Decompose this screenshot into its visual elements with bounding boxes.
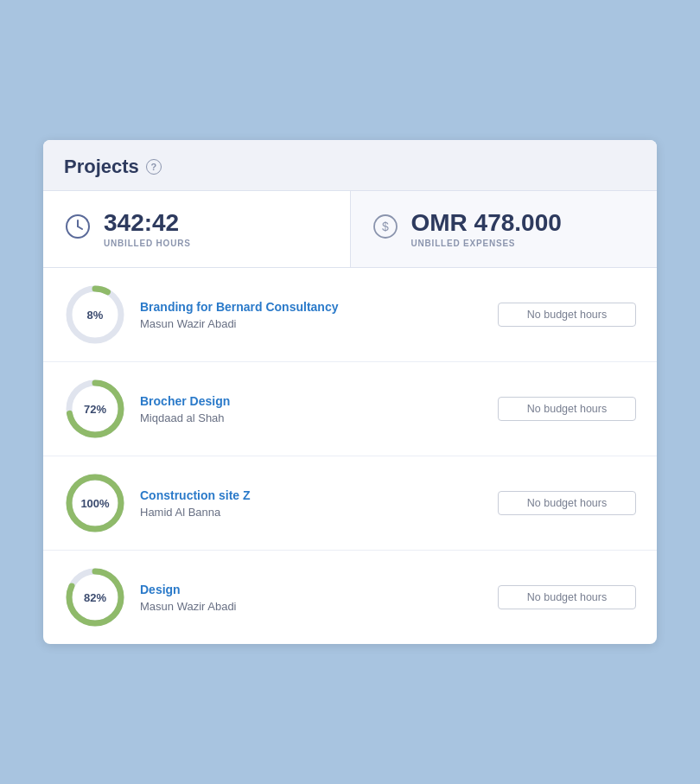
project-info: Design Masun Wazir Abadi — [140, 582, 484, 613]
expenses-label: UNBILLED EXPENSES — [411, 239, 562, 248]
budget-badge: No budget hours — [498, 585, 636, 609]
donut-chart-2: 100% — [64, 472, 126, 534]
project-list: 8% Branding for Bernard Consultancy Masu… — [43, 268, 657, 644]
project-client: Masun Wazir Abadi — [140, 600, 484, 613]
project-name[interactable]: Construction site Z — [140, 488, 484, 503]
donut-percent: 82% — [84, 591, 106, 604]
expenses-info: OMR 478.000 UNBILLED EXPENSES — [411, 210, 562, 249]
card-header: Projects ? — [43, 140, 657, 191]
project-row: 8% Branding for Bernard Consultancy Masu… — [43, 268, 657, 362]
project-client: Miqdaad al Shah — [140, 411, 484, 424]
project-client: Hamid Al Banna — [140, 506, 484, 519]
project-name[interactable]: Design — [140, 582, 484, 597]
project-name[interactable]: Brocher Design — [140, 393, 484, 409]
project-info: Brocher Design Miqdaad al Shah — [140, 393, 484, 424]
stats-row: 342:42 UNBILLED HOURS $ OMR 478.000 UNBI… — [43, 191, 657, 269]
hours-value: 342:42 — [104, 210, 191, 237]
page-title: Projects — [64, 156, 139, 178]
project-row: 72% Brocher Design Miqdaad al Shah No bu… — [43, 362, 657, 456]
expenses-value: OMR 478.000 — [411, 210, 562, 237]
hours-label: UNBILLED HOURS — [104, 239, 191, 248]
budget-badge: No budget hours — [498, 491, 636, 515]
svg-text:$: $ — [382, 220, 389, 233]
projects-card: Projects ? 342:42 UNBILLED HOURS $ — [43, 140, 657, 645]
donut-chart-3: 82% — [64, 566, 126, 628]
project-name[interactable]: Branding for Bernard Consultancy — [140, 299, 484, 315]
svg-line-2 — [78, 226, 82, 229]
donut-percent: 100% — [80, 497, 109, 510]
hours-info: 342:42 UNBILLED HOURS — [104, 210, 191, 249]
donut-chart-1: 72% — [64, 378, 126, 440]
project-row: 82% Design Masun Wazir Abadi No budget h… — [43, 551, 657, 644]
donut-chart-0: 8% — [64, 284, 126, 346]
unbilled-hours-block: 342:42 UNBILLED HOURS — [43, 191, 351, 268]
project-info: Construction site Z Hamid Al Banna — [140, 488, 484, 519]
unbilled-expenses-block: $ OMR 478.000 UNBILLED EXPENSES — [351, 191, 658, 268]
donut-percent: 8% — [87, 309, 104, 322]
clock-icon — [64, 213, 92, 245]
donut-percent: 72% — [84, 403, 106, 416]
dollar-icon: $ — [372, 213, 399, 245]
help-icon[interactable]: ? — [146, 159, 162, 175]
project-info: Branding for Bernard Consultancy Masun W… — [140, 299, 484, 330]
project-row: 100% Construction site Z Hamid Al Banna … — [43, 456, 657, 551]
project-client: Masun Wazir Abadi — [140, 317, 484, 330]
budget-badge: No budget hours — [498, 397, 636, 421]
budget-badge: No budget hours — [498, 303, 636, 327]
